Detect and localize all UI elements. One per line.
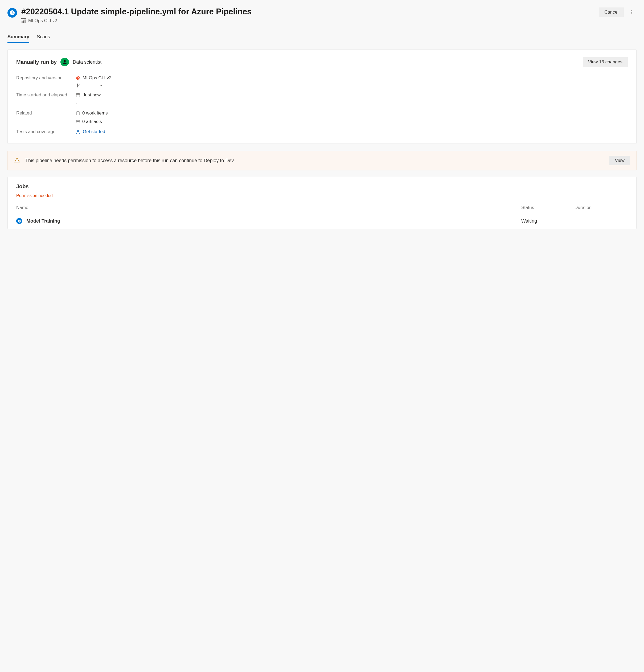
calendar-icon [76,93,80,97]
branch-icon [76,83,80,87]
tabs: Summary Scans [8,33,636,43]
commit-icon [99,83,103,87]
jobs-card: Jobs Permission needed Name Status Durat… [8,177,636,229]
tab-summary[interactable]: Summary [8,33,29,43]
tests-label: Tests and coverage [16,129,72,134]
svg-rect-3 [21,19,26,19]
page-header: #20220504.1 Update simple-pipeline.yml f… [8,7,636,23]
summary-card: Manually run by Data scientist View 13 c… [8,49,636,144]
pipeline-name-text: MLOps CLI v2 [28,18,57,23]
svg-rect-1 [23,21,24,23]
git-icon [76,76,80,81]
alert-message: This pipeline needs permission to access… [25,157,604,164]
svg-point-20 [17,161,17,162]
job-name: Model Training [26,218,60,224]
jobs-title: Jobs [16,183,628,190]
flask-icon [76,130,80,134]
alert-view-button[interactable]: View [609,156,630,165]
run-by-label: Manually run by [16,59,57,65]
page-title: #20220504.1 Update simple-pipeline.yml f… [21,7,595,16]
artifacts-text: 0 artifacts [82,119,102,124]
repo-label: Repository and version [16,75,72,87]
svg-rect-0 [22,21,22,23]
artifact-icon [76,120,80,124]
time-started: Just now [83,92,100,98]
tab-scans[interactable]: Scans [37,33,50,43]
job-row[interactable]: Model Training Waiting [8,213,636,229]
work-items-link[interactable]: 0 work items [76,110,628,116]
svg-point-7 [100,85,102,86]
person-icon [62,59,67,65]
time-label: Time started and elapsed [16,92,72,106]
svg-point-5 [632,12,632,13]
job-status: Waiting [521,218,574,224]
avatar [60,58,69,66]
clock-icon [8,8,17,17]
svg-rect-10 [76,94,80,97]
permission-needed-text: Permission needed [16,193,628,198]
time-elapsed: - [76,100,628,106]
view-changes-button[interactable]: View 13 changes [583,57,628,67]
tests-get-started-link[interactable]: Get started [83,129,105,134]
kebab-icon [629,10,634,15]
branch-link[interactable] [76,83,80,87]
cancel-button[interactable]: Cancel [599,8,624,17]
svg-point-6 [632,13,632,14]
work-items-text: 0 work items [82,110,108,116]
warning-icon [14,157,20,164]
pipeline-name[interactable]: MLOps CLI v2 [21,18,595,23]
permission-alert: This pipeline needs permission to access… [8,151,636,170]
svg-rect-2 [24,20,25,23]
col-duration: Duration [574,205,628,210]
more-options-button[interactable] [627,8,636,17]
repo-name: MLOps CLI v2 [83,75,111,81]
clock-icon [16,218,22,224]
col-name: Name [16,205,521,210]
pipeline-icon [21,19,26,23]
artifacts-link[interactable]: 0 artifacts [76,119,628,124]
repo-link[interactable]: MLOps CLI v2 [76,75,628,81]
related-label: Related [16,110,72,124]
run-by-user: Data scientist [73,59,102,65]
svg-point-4 [632,10,632,11]
col-status: Status [521,205,574,210]
clipboard-icon [76,111,80,115]
commit-link[interactable] [99,83,103,87]
